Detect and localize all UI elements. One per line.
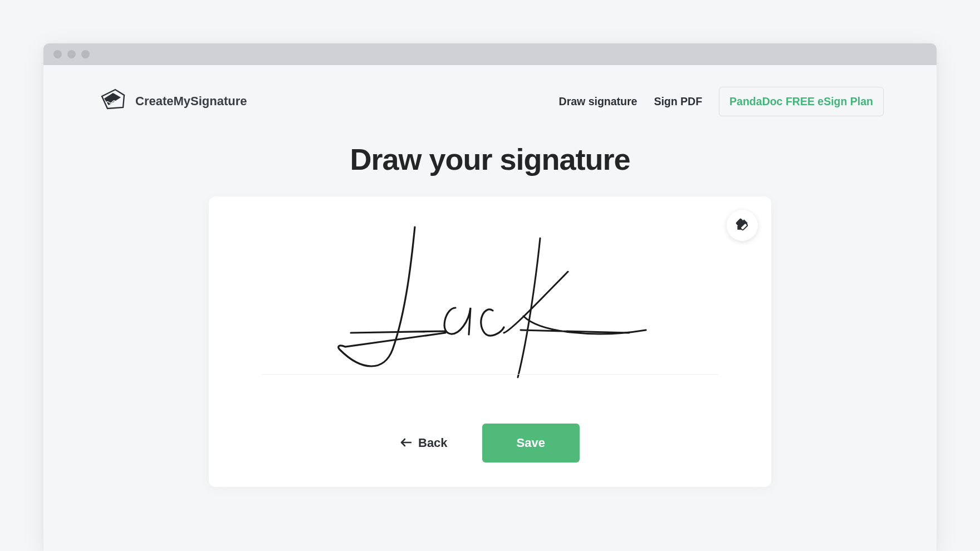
eraser-button[interactable]: [727, 210, 758, 241]
eraser-icon: [735, 218, 749, 234]
browser-window: CreateMySignature Draw signature Sign PD…: [43, 43, 937, 551]
nav-sign-pdf[interactable]: Sign PDF: [654, 95, 702, 108]
window-dot-close[interactable]: [53, 50, 62, 58]
window-dot-maximize[interactable]: [81, 50, 90, 58]
action-row: Back Save: [209, 424, 771, 463]
signature-canvas[interactable]: [262, 213, 718, 391]
main-nav: Draw signature Sign PDF PandaDoc FREE eS…: [559, 87, 884, 116]
back-button-label: Back: [418, 436, 448, 450]
arrow-left-icon: [400, 436, 411, 450]
back-button[interactable]: Back: [400, 436, 448, 450]
page-title: Draw your signature: [43, 142, 937, 176]
brand-logo[interactable]: CreateMySignature: [96, 86, 247, 116]
save-button[interactable]: Save: [482, 424, 580, 463]
browser-titlebar: [43, 43, 937, 65]
signature-baseline: [262, 374, 718, 375]
site-header: CreateMySignature Draw signature Sign PD…: [43, 65, 937, 126]
signature-card: Back Save: [209, 196, 771, 487]
cta-pandadoc-button[interactable]: PandaDoc FREE eSign Plan: [719, 87, 884, 116]
page-content: CreateMySignature Draw signature Sign PD…: [43, 65, 937, 551]
brand-name: CreateMySignature: [135, 94, 247, 109]
signature-drawing: [317, 222, 663, 383]
logo-icon: [96, 86, 131, 116]
window-dot-minimize[interactable]: [67, 50, 76, 58]
nav-draw-signature[interactable]: Draw signature: [559, 95, 638, 108]
